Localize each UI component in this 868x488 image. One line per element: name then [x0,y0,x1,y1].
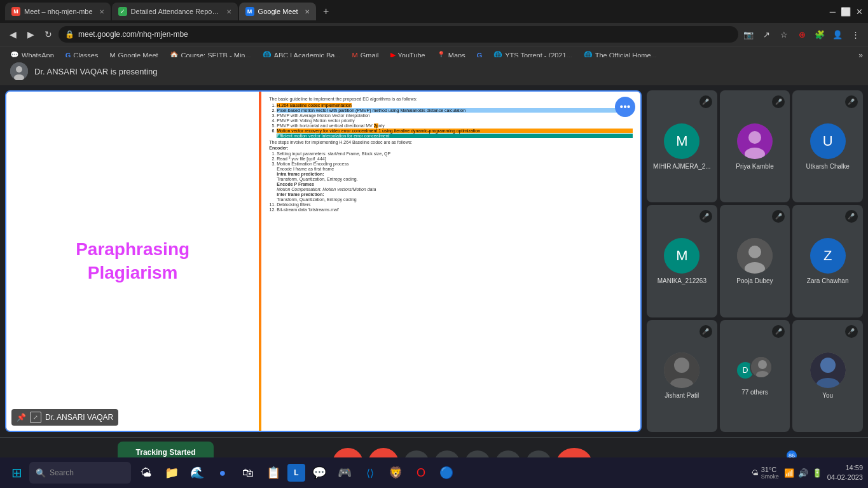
svg-point-13 [758,360,767,369]
start-button[interactable]: ⊞ [5,461,28,484]
taskbar-app-opera[interactable]: O [410,461,432,484]
participant-tile-mihir: 🎤 M MIHIR AJMERA_2... [647,90,717,202]
participant-name-zara: Zara Chawhan [804,277,851,284]
avatar-utkarsh: U [810,123,846,159]
mute-icon-mihir: 🎤 [699,95,712,108]
others-count-label: 77 others [739,389,771,396]
tab-google-meet[interactable]: M Google Meet ✕ [239,3,316,20]
share-icon[interactable]: ↗ [759,27,774,42]
taskbar-app-xbox[interactable]: 🎮 [333,461,356,484]
taskbar-app-lens[interactable]: L [287,464,305,482]
browser-chrome: M Meet – nhq-mjen-mbe ✕ ✓ Detailed Atten… [0,0,868,57]
presenter-avatar [10,62,28,80]
others-mini-avatar-2 [750,356,773,379]
opera-icon: ⊕ [794,27,809,42]
participants-grid: 🎤 M MIHIR AJMERA_2... 🎤 Priya Kamble [647,90,863,432]
taskbar-app-weather[interactable]: 🌤 [135,461,158,484]
tab-close-attendance-icon[interactable]: ✕ [226,8,231,15]
back-button[interactable]: ◀ [5,27,20,42]
participant-tile-you: 🎤 You [792,320,863,432]
avatar-manika: M [664,238,699,274]
taskbar-app-code[interactable]: ⟨⟩ [359,461,382,484]
taskbar-app-edge[interactable]: 🌊 [186,461,209,484]
taskbar-date-text: 04-02-2023 [827,473,863,482]
taskbar-app-chrome[interactable]: ● [211,461,234,484]
participant-tile-others: 🎤 D 77 others [720,320,790,432]
pin-icon[interactable]: 📌 [17,413,26,422]
new-tab-button[interactable]: + [317,3,335,20]
taskbar-time-text: 14:59 [827,463,863,473]
mute-icon-others: 🎤 [772,325,785,338]
presenter-overlay-name: Dr. ANSARI VAQAR [45,413,113,422]
tab-favicon-attendance: ✓ [118,7,127,16]
tab-attendance[interactable]: ✓ Detailed Attendance Report | Go... ✕ [112,3,238,20]
taskbar-app-chrome2[interactable]: 🔵 [435,461,458,484]
network-icon[interactable]: 📶 [784,468,794,478]
taskbar-search-bar[interactable]: 🔍 Search [29,462,131,484]
mute-icon-manika: 🎤 [699,210,712,223]
taskbar-app-file-explorer[interactable]: 📁 [160,461,183,484]
svg-point-16 [820,358,836,373]
expand-icon[interactable]: ⤢ [30,412,41,423]
participant-tile-zara: 🎤 Z Zara Chawhan [792,205,863,317]
lock-icon: 🔒 [65,30,74,39]
participant-name-manika: MANIKA_212263 [655,277,709,284]
svg-point-10 [674,358,689,373]
tracking-title: Tracking Started [136,447,196,458]
taskbar-clock[interactable]: 14:59 04-02-2023 [827,463,863,483]
bookmark-icon[interactable]: ☆ [776,27,792,42]
taskbar-app-todo[interactable]: 📋 [262,461,285,484]
presenter-name-overlay: 📌 ⤢ Dr. ANSARI VAQAR [11,409,118,426]
tab-close-meet-icon[interactable]: ✕ [305,8,310,15]
svg-point-4 [748,131,761,144]
meet-app: Dr. ANSARI VAQAR is presenting Paraphras… [0,57,868,488]
slide-content: ParaphrasingPlagiarism The basic guideli… [6,92,640,431]
participant-tile-manika: 🎤 M MANIKA_212263 [647,205,717,317]
participant-name-jishant: Jishant Patil [662,392,701,399]
close-window-icon[interactable]: ✕ [856,7,863,17]
more-options-button[interactable]: ••• [615,97,635,117]
menu-icon[interactable]: ⋮ [848,27,863,42]
photo-pooja [737,238,773,274]
tab-label-meet: Google Meet [258,8,298,15]
others-group-inner: D 77 others [736,356,774,396]
weather-icon: 🌤 [752,469,759,477]
battery-icon[interactable]: 🔋 [812,468,822,478]
tab-favicon: M [11,7,20,16]
tab-bar: M Meet – nhq-mjen-mbe ✕ ✓ Detailed Atten… [0,0,868,23]
nav-bar: ◀ ▶ ↻ 🔒 meet.google.com/nhq-mjen-mbe 📷 ↗… [0,23,868,46]
taskbar-sys-icons: 📶 🔊 🔋 [784,468,822,478]
refresh-button[interactable]: ↻ [41,27,56,42]
restore-icon[interactable]: ⬜ [841,7,851,17]
volume-icon[interactable]: 🔊 [798,468,808,478]
more-dots-icon: ••• [620,101,631,113]
slide-right: The basic guideline to implement the pro… [261,92,640,431]
mute-icon-jishant: 🎤 [699,325,712,338]
avatar-zara: Z [810,238,846,274]
tab-close-icon[interactable]: ✕ [99,8,104,15]
minimize-icon[interactable]: ─ [830,7,836,17]
taskbar-weather[interactable]: 🌤 31°C Smoke [752,466,779,480]
participant-name-utkarsh: Utkarsh Chalke [803,163,851,170]
forward-button[interactable]: ▶ [23,27,38,42]
taskbar: ⊞ 🔍 Search 🌤 📁 🌊 ● 🛍 📋 L 💬 🎮 ⟨⟩ 🦁 O 🔵 🌤 … [0,457,868,488]
address-bar[interactable]: 🔒 meet.google.com/nhq-mjen-mbe [59,26,738,43]
taskbar-app-brave[interactable]: 🦁 [384,461,407,484]
taskbar-app-whatsapp[interactable]: 💬 [308,461,331,484]
nav-icons: 📷 ↗ ☆ ⊕ 🧩 👤 ⋮ [741,27,863,42]
participant-name-mihir: MIHIR AJMERA_2... [651,163,713,170]
taskbar-app-store[interactable]: 🛍 [237,461,259,484]
taskbar-apps: 🌤 📁 🌊 ● 🛍 📋 L 💬 🎮 ⟨⟩ 🦁 O 🔵 [135,461,458,484]
participant-name-you: You [820,392,836,399]
tab-favicon-meet: M [245,7,254,16]
weather-info: 31°C Smoke [761,466,779,480]
tab-meet-nhq[interactable]: M Meet – nhq-mjen-mbe ✕ [5,3,111,20]
profile-icon[interactable]: 👤 [830,27,845,42]
mute-icon-priya: 🎤 [772,95,785,108]
extensions-icon[interactable]: 🧩 [812,27,827,42]
photo-priya [737,123,773,159]
weather-condition: Smoke [761,473,779,480]
others-avatars: D [736,356,774,384]
svg-point-7 [748,246,761,258]
camera-icon[interactable]: 📷 [741,27,756,42]
